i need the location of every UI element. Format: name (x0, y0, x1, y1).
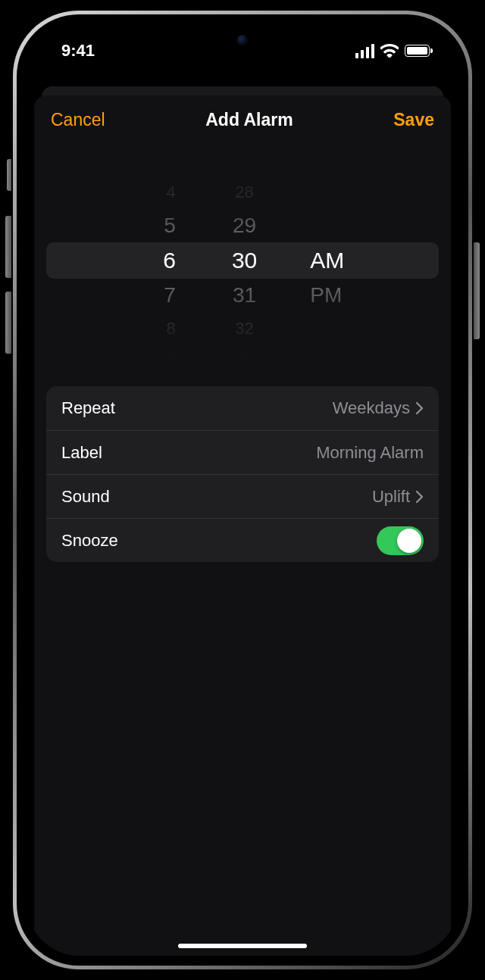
label-cell[interactable]: Label Morning Alarm (46, 430, 439, 474)
sound-value: Uplift (372, 487, 410, 507)
sound-cell[interactable]: Sound Uplift (46, 474, 439, 518)
chevron-right-icon (416, 491, 424, 503)
battery-icon (405, 45, 430, 57)
minute-wheel[interactable]: 27 28 29 30 31 32 33 (196, 147, 294, 374)
volume-down-button[interactable] (5, 292, 13, 354)
phone-frame: 9:41 Cancel Add Alarm Save (13, 11, 472, 969)
minute-option[interactable]: 29 (196, 208, 294, 244)
hour-option[interactable]: 5 (46, 208, 196, 244)
ampm-option[interactable]: PM (293, 277, 439, 314)
label-value: Morning Alarm (316, 443, 424, 463)
wifi-icon (380, 44, 399, 58)
power-button[interactable] (472, 242, 480, 339)
add-alarm-sheet: Cancel Add Alarm Save 3 4 5 6 7 8 (34, 95, 451, 956)
minute-option[interactable]: 33 (196, 337, 294, 373)
time-picker[interactable]: 3 4 5 6 7 8 9 27 28 29 30 (46, 147, 439, 374)
hour-option[interactable]: 7 (46, 277, 196, 314)
notch (163, 24, 322, 56)
repeat-cell[interactable]: Repeat Weekdays (46, 386, 439, 430)
snooze-cell: Snooze (46, 518, 439, 562)
sound-label: Sound (61, 487, 110, 507)
alarm-settings-list: Repeat Weekdays Label Morning Alarm (46, 386, 439, 562)
snooze-switch[interactable] (377, 526, 424, 555)
minute-option[interactable]: 28 (196, 174, 294, 211)
nav-bar: Cancel Add Alarm Save (34, 95, 451, 144)
snooze-label: Snooze (61, 531, 118, 551)
label-label: Label (61, 443, 102, 463)
cancel-button[interactable]: Cancel (51, 110, 105, 130)
hour-selected[interactable]: 6 (46, 242, 196, 279)
minute-option[interactable]: 31 (196, 277, 294, 314)
ampm-wheel[interactable]: AM PM (293, 147, 439, 374)
minute-selected[interactable]: 30 (196, 242, 294, 279)
mute-switch[interactable] (7, 159, 13, 191)
volume-up-button[interactable] (5, 216, 13, 278)
repeat-value: Weekdays (333, 398, 410, 418)
page-title: Add Alarm (205, 110, 293, 130)
hour-option[interactable]: 9 (46, 337, 196, 373)
screen: 9:41 Cancel Add Alarm Save (27, 24, 458, 956)
home-indicator[interactable] (178, 944, 307, 948)
hour-wheel[interactable]: 3 4 5 6 7 8 9 (46, 147, 196, 374)
save-button[interactable]: Save (393, 110, 434, 130)
chevron-right-icon (416, 402, 424, 414)
cellular-signal-icon (355, 44, 375, 58)
ampm-selected[interactable]: AM (293, 242, 439, 279)
hour-option[interactable]: 4 (46, 174, 196, 211)
status-time: 9:41 (61, 41, 95, 61)
repeat-label: Repeat (61, 398, 115, 418)
